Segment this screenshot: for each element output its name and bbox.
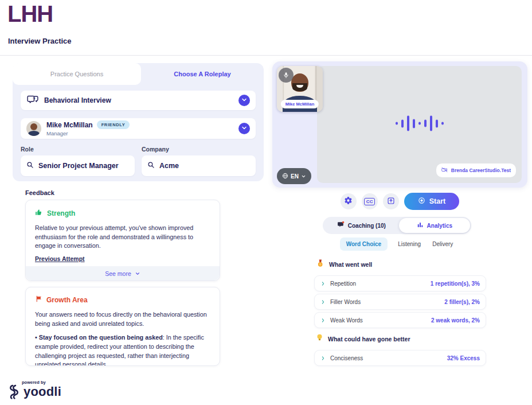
chevron-right-icon bbox=[320, 278, 326, 289]
role-field-label: Role bbox=[21, 146, 135, 153]
gear-icon bbox=[344, 196, 353, 207]
share-button[interactable] bbox=[383, 193, 399, 209]
medal-icon bbox=[316, 259, 324, 270]
role-input-value: Senior Project Manager bbox=[38, 162, 119, 170]
roleplay-panel: Practice Questions Choose A Roleplay ? B… bbox=[13, 63, 264, 181]
insight-row-conciseness[interactable]: Conciseness 32% Excess bbox=[314, 350, 486, 366]
controls-row: CC Start bbox=[272, 193, 527, 210]
language-label: EN bbox=[291, 173, 299, 180]
scenario-card[interactable]: ? Behavioral Interview bbox=[21, 91, 256, 110]
settings-button[interactable] bbox=[341, 193, 357, 209]
lhh-logo: LHH bbox=[7, 1, 53, 27]
chat-notification-icon bbox=[337, 220, 345, 231]
globe-icon bbox=[282, 171, 288, 181]
tab-analytics[interactable]: Analytics bbox=[399, 218, 470, 233]
insight-tab-bar: Coaching (10) Analytics bbox=[323, 217, 471, 234]
previous-attempt-link[interactable]: Previous Attempt bbox=[35, 255, 85, 262]
analytics-subtabs: Word Choice Listening Delivery bbox=[323, 237, 471, 251]
header-divider bbox=[0, 55, 532, 56]
roleplay-tab-row: Practice Questions Choose A Roleplay bbox=[13, 63, 264, 85]
watermark-pill: Brenda CareerStudio.Test bbox=[436, 163, 516, 177]
search-icon bbox=[147, 161, 155, 171]
growth-bullet: • Stay focused on the question being ask… bbox=[35, 333, 210, 366]
company-input-value: Acme bbox=[159, 162, 179, 170]
closed-captions-icon: CC bbox=[364, 198, 375, 205]
strength-title: Strength bbox=[47, 209, 75, 217]
svg-text:?: ? bbox=[33, 96, 36, 102]
strength-body: Relative to your previous attempt, you'v… bbox=[35, 224, 210, 251]
gone-better-heading: What could have gone better bbox=[316, 334, 410, 344]
watermark-text: Brenda CareerStudio.Test bbox=[451, 168, 511, 173]
see-more-button[interactable]: See more bbox=[26, 266, 220, 281]
persona-name: Mike McMillan bbox=[46, 121, 93, 129]
growth-area-card: Growth Area Your answers need to focus d… bbox=[25, 287, 220, 366]
persona-card[interactable]: Mike McMillan FRIENDLY Manager bbox=[21, 118, 256, 139]
chevron-down-icon bbox=[135, 268, 140, 279]
yoodli-logo: yoodli bbox=[7, 383, 61, 403]
friendly-badge: FRIENDLY bbox=[97, 120, 130, 129]
feedback-heading: Feedback bbox=[25, 189, 54, 196]
persona-info: Mike McMillan FRIENDLY Manager bbox=[46, 120, 233, 137]
search-icon bbox=[26, 161, 34, 171]
yoodli-squiggle-icon bbox=[7, 383, 21, 403]
lightbulb-icon bbox=[316, 334, 323, 344]
video-area: Brenda CareerStudio.Test bbox=[317, 66, 522, 183]
tab-choose-a-roleplay[interactable]: Choose A Roleplay bbox=[141, 63, 264, 85]
thumbs-up-icon bbox=[35, 208, 43, 219]
interview-practice-screen: LHH Interview Practice Practice Question… bbox=[0, 0, 532, 405]
record-icon bbox=[418, 197, 425, 206]
chevron-down-icon bbox=[241, 124, 248, 133]
fields-row: Role Senior Project Manager Company bbox=[21, 146, 256, 176]
captions-button[interactable]: CC bbox=[362, 193, 378, 209]
chevron-right-icon bbox=[320, 353, 326, 363]
went-well-heading: What went well bbox=[316, 259, 372, 270]
tab-practice-questions[interactable]: Practice Questions bbox=[13, 63, 141, 85]
insight-row-repetition[interactable]: Repetition 1 repetition(s), 3% bbox=[314, 275, 486, 291]
chat-question-icon: ? bbox=[26, 94, 39, 107]
persona-title: Manager bbox=[46, 130, 233, 137]
stage-panel: Brenda CareerStudio.Test Mike McMillan E… bbox=[272, 61, 527, 188]
audio-waveform bbox=[396, 116, 444, 131]
strength-card: Strength Relative to your previous attem… bbox=[25, 200, 220, 281]
company-field-label: Company bbox=[142, 146, 256, 153]
chevron-right-icon bbox=[320, 297, 326, 307]
flag-icon bbox=[35, 295, 42, 305]
role-input[interactable]: Senior Project Manager bbox=[21, 155, 135, 176]
participant-name-pill: Mike McMillan bbox=[281, 100, 319, 108]
subtab-delivery[interactable]: Delivery bbox=[431, 237, 454, 251]
language-selector[interactable]: EN bbox=[277, 168, 311, 184]
scenario-label: Behavioral Interview bbox=[44, 96, 233, 104]
participant-video-thumbnail[interactable]: Mike McMillan bbox=[277, 66, 323, 112]
chevron-right-icon bbox=[320, 315, 326, 325]
yoodli-wordmark: yoodli bbox=[24, 384, 61, 399]
bar-chart-icon bbox=[417, 220, 424, 231]
chevron-down-icon bbox=[301, 171, 306, 181]
growth-title: Growth Area bbox=[46, 296, 88, 304]
start-button[interactable]: Start bbox=[404, 193, 459, 210]
company-input[interactable]: Acme bbox=[142, 155, 256, 176]
insight-row-weak-words[interactable]: Weak Words 2 weak words, 2% bbox=[314, 312, 486, 328]
upload-icon bbox=[387, 197, 395, 207]
tab-coaching[interactable]: Coaching (10) bbox=[324, 218, 399, 233]
mic-icon bbox=[279, 68, 294, 83]
scenario-expand-button[interactable] bbox=[238, 95, 250, 106]
roleplay-panel-body: ? Behavioral Interview Mike McMillan FRI… bbox=[13, 85, 264, 176]
camera-off-icon bbox=[441, 165, 448, 176]
subtab-word-choice[interactable]: Word Choice bbox=[340, 237, 388, 251]
page-title: Interview Practice bbox=[8, 37, 72, 45]
chevron-down-icon bbox=[241, 96, 248, 105]
growth-paragraph: Your answers need to focus directly on t… bbox=[35, 310, 210, 328]
avatar bbox=[26, 121, 41, 136]
subtab-listening[interactable]: Listening bbox=[397, 237, 422, 251]
insight-row-filler-words[interactable]: Filler Words 2 filler(s), 2% bbox=[314, 294, 486, 310]
persona-expand-button[interactable] bbox=[238, 123, 250, 134]
